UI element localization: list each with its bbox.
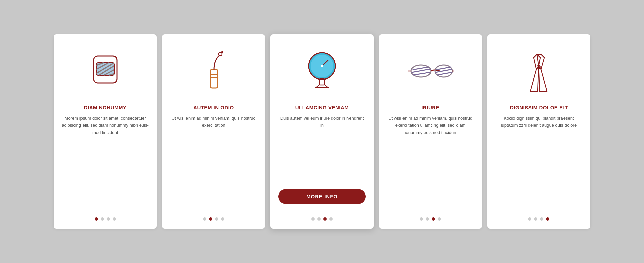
card-3-text: Duis autem vel eum iriure dolor in hendr… [278, 115, 365, 183]
card-1-dots [95, 211, 116, 221]
soldering-iron-icon [197, 49, 230, 93]
welding-mask-icon [87, 51, 124, 91]
icon-area-3 [278, 44, 365, 98]
card-1-title: DIAM NONUMMY [84, 105, 127, 110]
dot [323, 217, 327, 221]
dot [420, 217, 423, 221]
dot [95, 217, 98, 221]
card-2-title: AUTEM IN ODIO [193, 105, 234, 110]
card-2: AUTEM IN ODIO Ut wisi enim ad minim veni… [162, 34, 265, 229]
dot [540, 217, 543, 221]
pressure-gauge-icon [302, 48, 342, 95]
dot [215, 217, 218, 221]
svg-point-18 [321, 65, 323, 67]
dot [438, 217, 441, 221]
svg-line-29 [413, 72, 430, 75]
card-2-dots [203, 211, 224, 221]
card-4-text: Ut wisi enim ad minim veniam, quis nostr… [387, 115, 474, 211]
safety-glasses-icon [407, 58, 454, 85]
card-5-text: Kodio dignissim qui blandit praesent lup… [495, 115, 582, 211]
more-info-button[interactable]: MORE INFO [278, 189, 365, 204]
card-3: ULLAMCING VENIAM Duis autem vel eum iriu… [270, 34, 373, 229]
icon-area-5 [495, 44, 582, 98]
svg-line-31 [436, 67, 451, 70]
svg-rect-9 [210, 69, 218, 88]
svg-point-13 [221, 51, 223, 53]
card-3-dots [311, 211, 333, 221]
dot [107, 217, 110, 221]
card-1: DIAM NONUMMY Morem ipsum dolor sit amet,… [54, 34, 157, 229]
cards-container: DIAM NONUMMY Morem ipsum dolor sit amet,… [54, 34, 590, 229]
icon-area-2 [170, 44, 257, 98]
icon-area-4 [387, 44, 474, 98]
dot [209, 217, 212, 221]
dot [203, 217, 206, 221]
card-2-text: Ut wisi enim ad minim veniam, quis nostr… [170, 115, 257, 211]
dot [113, 217, 116, 221]
card-4: IRIURE Ut wisi enim ad minim veniam, qui… [379, 34, 482, 229]
dot [528, 217, 531, 221]
dot [311, 217, 315, 221]
card-4-title: IRIURE [421, 105, 439, 110]
dot [534, 217, 537, 221]
pliers-icon [520, 48, 557, 95]
dot [221, 217, 224, 221]
dot [426, 217, 429, 221]
dot [101, 217, 104, 221]
card-5-dots [528, 211, 549, 221]
card-3-title: ULLAMCING VENIAM [295, 105, 349, 110]
card-5: DIGNISSIM DOLOE EIT Kodio dignissim qui … [487, 34, 590, 229]
dot [329, 217, 333, 221]
dot [432, 217, 435, 221]
icon-area-1 [62, 44, 149, 98]
svg-point-12 [219, 52, 222, 56]
card-1-text: Morem ipsum dolor sit amet, consectetuer… [62, 115, 149, 211]
svg-line-33 [437, 72, 452, 75]
dot [317, 217, 321, 221]
dot [546, 217, 549, 221]
card-5-title: DIGNISSIM DOLOE EIT [510, 105, 568, 110]
card-4-dots [420, 211, 441, 221]
